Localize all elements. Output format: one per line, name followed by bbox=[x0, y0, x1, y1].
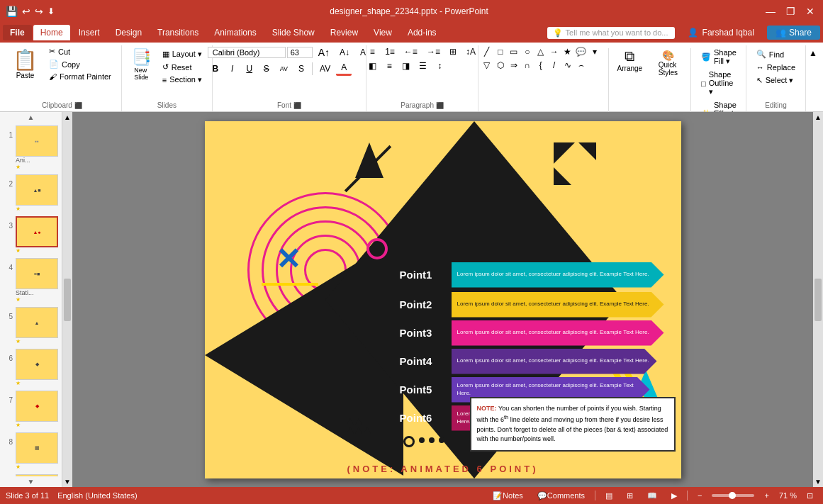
menu-transitions[interactable]: Transitions bbox=[150, 25, 206, 40]
replace-button[interactable]: ↔Replace bbox=[752, 62, 800, 73]
font-name-input[interactable] bbox=[208, 47, 286, 58]
canvas-area[interactable]: ▲ ▼ ✕ bbox=[62, 112, 823, 487]
new-slide-button[interactable]: 📑 NewSlide bbox=[128, 45, 155, 84]
shape-outline-button[interactable]: □Shape Outline ▾ bbox=[695, 69, 744, 98]
slide-thumb-4[interactable]: 4 ≡■ Stati... ★ bbox=[3, 258, 59, 303]
menu-review[interactable]: Review bbox=[323, 25, 365, 40]
format-painter-button[interactable]: 🖌Format Painter bbox=[45, 71, 116, 82]
menu-animations[interactable]: Animations bbox=[207, 25, 263, 40]
share-button[interactable]: 👥 Share bbox=[767, 26, 820, 40]
slide-thumb-8[interactable]: 8 ▦ ★ bbox=[3, 432, 59, 470]
tell-me-text[interactable]: Tell me what you want to do... bbox=[566, 28, 668, 37]
cut-button[interactable]: ✂Cut bbox=[45, 45, 116, 57]
slide-thumb-6[interactable]: 6 ◆ ★ bbox=[3, 349, 59, 386]
window-controls[interactable]: — ❐ ✕ bbox=[763, 4, 817, 18]
scroll-up-arrow[interactable]: ▲ bbox=[814, 113, 822, 121]
quick-access-toolbar[interactable]: 💾 ↩ ↪ ⬇ bbox=[6, 6, 55, 17]
shape-more[interactable]: ▾ bbox=[588, 45, 601, 58]
point-row-1[interactable]: Point1 Lorem ipsum dolor sit amet, conse… bbox=[381, 260, 664, 290]
shape-rect[interactable]: □ bbox=[494, 45, 507, 58]
zoom-slider[interactable] bbox=[712, 494, 754, 497]
char-spacing-button[interactable]: AV bbox=[315, 62, 335, 75]
shape-brace[interactable]: { bbox=[534, 59, 547, 72]
shadow-button[interactable]: S bbox=[293, 62, 309, 75]
reading-view-button[interactable]: 📖 bbox=[643, 487, 661, 504]
copy-button[interactable]: 📄Copy bbox=[45, 58, 116, 70]
strikethrough-button[interactable]: S bbox=[259, 62, 274, 75]
scroll-thumb[interactable] bbox=[814, 279, 822, 321]
slide-thumb-7[interactable]: 7 ◆ ★ bbox=[3, 391, 59, 428]
vertical-scrollbar[interactable]: ▲ ▼ bbox=[813, 112, 823, 487]
slide-thumb-3[interactable]: 3 ▲● ★ bbox=[3, 216, 59, 254]
redo-icon[interactable]: ↪ bbox=[35, 6, 43, 17]
paste-button[interactable]: 📋 Paste bbox=[9, 45, 42, 82]
save-icon[interactable]: 💾 bbox=[6, 6, 18, 17]
shape-tri2[interactable]: ▽ bbox=[481, 59, 493, 72]
shape-arc[interactable]: ⌢ bbox=[575, 59, 588, 72]
font-size-input[interactable] bbox=[287, 47, 313, 58]
numbering-button[interactable]: 1≡ bbox=[381, 45, 399, 58]
shape-tri[interactable]: △ bbox=[534, 45, 547, 58]
reset-button[interactable]: ↺Reset bbox=[158, 61, 206, 73]
align-center-button[interactable]: ≡ bbox=[381, 60, 397, 72]
shape-callout[interactable]: 💬 bbox=[575, 45, 588, 58]
undo-icon[interactable]: ↩ bbox=[22, 6, 30, 17]
zoom-out-button[interactable]: − bbox=[693, 487, 706, 504]
slideshow-button[interactable]: ▶ bbox=[667, 487, 681, 504]
notes-button[interactable]: 📝 Notes bbox=[488, 487, 527, 504]
smallcaps-button[interactable]: AV bbox=[276, 64, 292, 74]
slide-thumb-1[interactable]: 1 ▪▪ Ani... ★ bbox=[3, 125, 59, 170]
point-row-2[interactable]: Point2 Lorem ipsum dolor sit amet, conse… bbox=[381, 290, 664, 320]
text-direction-button[interactable]: ↕A bbox=[461, 45, 480, 58]
layout-button[interactable]: ▦Layout ▾ bbox=[158, 48, 206, 60]
shape-line2[interactable]: / bbox=[548, 59, 561, 72]
menu-slideshow[interactable]: Slide Show bbox=[265, 25, 322, 40]
arrange-button[interactable]: ⧉ Arrange bbox=[612, 45, 646, 75]
comments-button[interactable]: 💬 Comments bbox=[533, 487, 589, 504]
zoom-in-button[interactable]: + bbox=[760, 487, 773, 504]
find-button[interactable]: 🔍Find bbox=[752, 48, 788, 60]
select-button[interactable]: ↖Select ▾ bbox=[752, 74, 798, 86]
scroll-down-button[interactable]: ▼ bbox=[0, 476, 62, 487]
menu-design[interactable]: Design bbox=[108, 25, 149, 40]
shape-arrow[interactable]: → bbox=[548, 45, 561, 58]
vertical-scroll-top[interactable]: ▲ ▼ bbox=[62, 112, 72, 487]
slide-thumb-2[interactable]: 2 ▲■ ★ bbox=[3, 174, 59, 212]
justify-button[interactable]: ☰ bbox=[415, 60, 431, 72]
shape-star[interactable]: ★ bbox=[561, 45, 574, 58]
menu-insert[interactable]: Insert bbox=[72, 25, 107, 40]
menu-addins[interactable]: Add-ins bbox=[401, 25, 444, 40]
minimize-button[interactable]: — bbox=[763, 4, 778, 18]
close-button[interactable]: ✕ bbox=[803, 4, 817, 18]
shape-curve[interactable]: ∩ bbox=[521, 59, 534, 72]
quick-styles-button[interactable]: 🎨 QuickStyles bbox=[649, 45, 686, 81]
scroll-down-arrow[interactable]: ▼ bbox=[814, 478, 822, 486]
signin-area[interactable]: 👤 Farshad Iqbal bbox=[682, 28, 760, 38]
shape-wave[interactable]: ∿ bbox=[561, 59, 574, 72]
align-right-button[interactable]: ◨ bbox=[398, 60, 414, 72]
increase-indent-button[interactable]: →≡ bbox=[422, 45, 444, 58]
shape-fill-button[interactable]: 🪣Shape Fill ▾ bbox=[695, 47, 744, 67]
columns-button[interactable]: ⊞ bbox=[445, 45, 461, 58]
underline-button[interactable]: U bbox=[242, 62, 257, 75]
point-row-4[interactable]: Point4 Lorem ipsum dolor sit amet, conse… bbox=[381, 347, 657, 376]
increase-font-button[interactable]: A↑ bbox=[314, 45, 334, 60]
slide-sorter-button[interactable]: ⊞ bbox=[622, 487, 637, 504]
shape-para[interactable]: ⬡ bbox=[494, 59, 507, 72]
slide-thumb-5[interactable]: 5 ▲ ★ bbox=[3, 307, 59, 345]
normal-view-button[interactable]: ▤ bbox=[601, 487, 617, 504]
restore-button[interactable]: ❐ bbox=[783, 4, 797, 18]
menu-view[interactable]: View bbox=[366, 25, 399, 40]
shape-rrect[interactable]: ▭ bbox=[508, 45, 520, 58]
font-color-button[interactable]: A bbox=[336, 61, 352, 76]
align-left-button[interactable]: ◧ bbox=[364, 60, 381, 72]
decrease-font-button[interactable]: A↓ bbox=[335, 46, 354, 59]
slide-canvas[interactable]: ✕ bbox=[205, 121, 681, 478]
bullets-button[interactable]: ≡ bbox=[364, 45, 380, 58]
customize-icon[interactable]: ⬇ bbox=[47, 6, 55, 16]
shape-line[interactable]: ╱ bbox=[481, 45, 493, 58]
collapse-ribbon-button[interactable]: ▲ bbox=[806, 45, 820, 61]
tell-me-box[interactable]: 💡 Tell me what you want to do... bbox=[547, 27, 675, 39]
decrease-indent-button[interactable]: ←≡ bbox=[400, 45, 422, 58]
fit-slide-button[interactable]: ⊡ bbox=[802, 487, 817, 504]
